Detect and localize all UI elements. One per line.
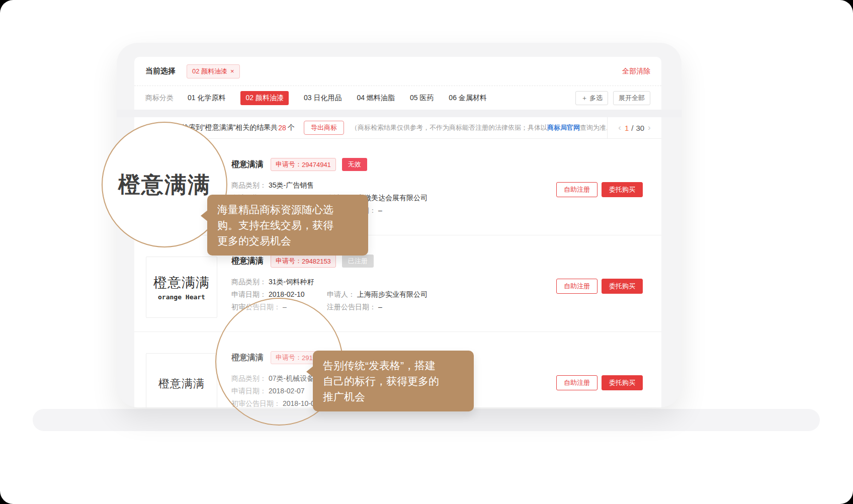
- category-item-04[interactable]: 04 燃料油脂: [357, 94, 394, 103]
- self-register-button[interactable]: 自助注册: [556, 375, 598, 390]
- category-item-02-active[interactable]: 02 颜料油漆: [240, 91, 288, 105]
- row-actions: 自助注册 委托购买: [556, 375, 643, 390]
- plus-icon: ＋: [581, 94, 587, 102]
- trademark-image-subtext: orange Heart: [158, 293, 205, 301]
- category-field-value: 35类-广告销售: [269, 181, 314, 189]
- entrust-buy-button[interactable]: 委托购买: [602, 375, 643, 390]
- reg-notice-value: –: [378, 303, 382, 311]
- category-field-label: 商品类别：: [231, 278, 267, 286]
- trademark-image-text: 橙意满满: [153, 274, 210, 292]
- row-actions: 自助注册 委托购买: [556, 182, 643, 197]
- category-item-03[interactable]: 03 日化用品: [304, 94, 342, 103]
- entrust-buy-button[interactable]: 委托购买: [602, 279, 643, 294]
- trademark-name: 橙意满满: [231, 159, 264, 170]
- current-page: 1: [625, 124, 629, 132]
- chevron-right-icon[interactable]: ›: [644, 123, 654, 133]
- multi-select-button[interactable]: ＋ 多选: [575, 91, 608, 105]
- apply-date-label: 申请日期：: [231, 290, 267, 298]
- page: 当前选择 02 颜料油漆 × 全部清除 商标分类 01 化学原料 02 颜料油漆…: [0, 0, 853, 504]
- total-pages: 30: [636, 124, 644, 132]
- status-badge: 无效: [342, 158, 367, 171]
- selected-filter-tag-label: 02 颜料油漆: [192, 67, 227, 76]
- marketing-tooltip-trade: 海量精品商标资源随心选 购。支持在线交易，获得 更多的交易机会: [207, 195, 368, 256]
- chevron-left-icon[interactable]: ‹: [615, 123, 625, 133]
- entrust-buy-button[interactable]: 委托购买: [602, 182, 643, 197]
- results-summary: 当前分类下检索到“橙意满满”相关的结果共28个 导出商标 （商标检索结果仅供参考…: [134, 117, 607, 138]
- current-selection-label: 当前选择: [145, 66, 176, 76]
- category-label: 商标分类: [145, 94, 174, 103]
- category-field-value: 31类-饲料种籽: [269, 278, 314, 286]
- export-trademarks-button[interactable]: 导出商标: [304, 121, 344, 135]
- trademark-office-link[interactable]: 商标局官网: [547, 124, 580, 131]
- results-header: 当前分类下检索到“橙意满满”相关的结果共28个 导出商标 （商标检索结果仅供参考…: [134, 117, 661, 139]
- self-register-button[interactable]: 自助注册: [556, 279, 598, 294]
- remove-filter-icon[interactable]: ×: [230, 67, 234, 75]
- current-selection-row: 当前选择 02 颜料油漆 × 全部清除: [134, 57, 661, 86]
- disclaimer-note: （商标检索结果仅供参考，不作为商标能否注册的法律依据；具体以商标局官网查询为准。…: [351, 123, 607, 132]
- result-count-unit: 个: [288, 123, 295, 132]
- result-count: 28: [278, 124, 286, 132]
- magnified-trademark-text: 橙意满满: [118, 170, 211, 200]
- clear-all-button[interactable]: 全部清除: [622, 67, 650, 76]
- row-actions: 自助注册 委托购买: [556, 279, 643, 294]
- multi-select-label: 多选: [589, 94, 603, 102]
- category-row: 商标分类 01 化学原料 02 颜料油漆 03 日化用品 04 燃料油脂 05 …: [134, 86, 661, 110]
- applicant-label: 申请人：: [327, 290, 355, 298]
- category-item-05[interactable]: 05 医药: [410, 94, 434, 103]
- applicant-value: 上海雨步实业有限公司: [357, 290, 428, 298]
- marketing-tooltip-promo: 告别传统“发表格”，搭建 自己的标行，获得更多的 推广机会: [313, 351, 474, 411]
- category-item-01[interactable]: 01 化学原料: [188, 94, 225, 103]
- reg-notice-label: 注册公告日期：: [327, 303, 376, 311]
- status-badge: 已注册: [342, 255, 374, 268]
- trademark-name: 橙意满满: [231, 256, 264, 267]
- pagination: ‹ 1 / 30 ›: [607, 117, 661, 138]
- laptop-base-bar: [33, 409, 820, 431]
- apply-date-value: 2018-02-10: [269, 290, 305, 298]
- application-no-tag: 申请号：29474941: [271, 158, 336, 171]
- trademark-image: 橙意满满: [146, 353, 217, 407]
- trademark-image-text: 橙意满满: [158, 376, 205, 391]
- category-item-06[interactable]: 06 金属材料: [449, 94, 486, 103]
- application-no-tag: 申请号：29482153: [271, 255, 336, 268]
- self-register-button[interactable]: 自助注册: [556, 182, 598, 197]
- selected-filter-tag[interactable]: 02 颜料油漆 ×: [187, 64, 240, 78]
- filter-card: 当前选择 02 颜料油漆 × 全部清除 商标分类 01 化学原料 02 颜料油漆…: [134, 57, 661, 110]
- reg-notice-value: –: [378, 206, 382, 214]
- page-separator: /: [631, 124, 633, 132]
- category-field-label: 商品类别：: [231, 181, 267, 189]
- expand-all-button[interactable]: 展开全部: [613, 91, 650, 105]
- divider-band: [117, 110, 681, 117]
- trademark-image: 橙意满满 orange Heart: [146, 257, 217, 318]
